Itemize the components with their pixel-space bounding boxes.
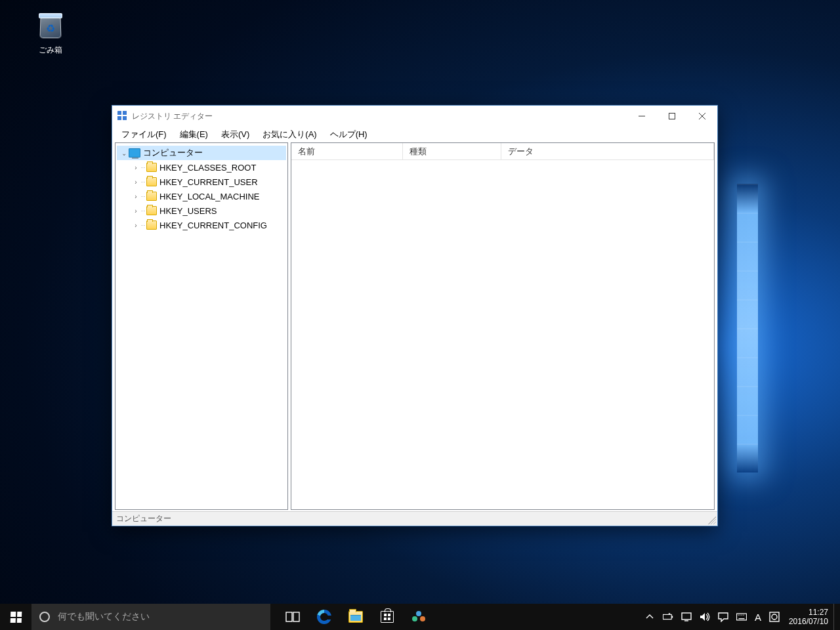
svg-marker-11 [700, 613, 705, 621]
svg-point-19 [772, 614, 777, 620]
wallpaper-light-segments [737, 184, 758, 472]
tree-connector: ·· [141, 207, 146, 214]
maximize-icon [669, 113, 675, 119]
minimize-icon [639, 113, 645, 119]
window-title: レジストリ エディター [132, 111, 213, 122]
minimize-button[interactable] [627, 106, 657, 127]
menu-edit[interactable]: 編集(E) [173, 127, 215, 142]
chevron-right-icon[interactable]: › [131, 222, 140, 229]
file-explorer-button[interactable] [340, 604, 371, 630]
tree-hive-label: HKEY_LOCAL_MACHINE [159, 192, 259, 201]
clock-time: 11:27 [789, 608, 828, 617]
resize-grip[interactable] [708, 516, 716, 524]
tree-hive-classes-root[interactable]: › ·· HKEY_CLASSES_ROOT [129, 160, 286, 175]
chevron-up-icon [644, 612, 655, 622]
edge-icon [317, 610, 331, 624]
ime-pad-icon [769, 612, 780, 622]
tree-connector: ·· [141, 193, 146, 200]
show-desktop-button[interactable] [833, 604, 837, 630]
menu-view[interactable]: 表示(V) [215, 127, 256, 142]
edge-button[interactable] [308, 604, 340, 630]
battery-button[interactable] [659, 604, 677, 630]
svg-rect-6 [663, 614, 671, 619]
tree-hive-current-user[interactable]: › ·· HKEY_CURRENT_USER [129, 175, 286, 189]
start-button[interactable] [0, 604, 32, 630]
statusbar-text: コンピューター [116, 513, 171, 524]
column-data[interactable]: データ [501, 143, 714, 159]
folder-icon [146, 220, 157, 230]
desktop[interactable]: ♻ ごみ箱 レジストリ エディター ファイル(F) 編集(E) 表示(V) お気… [0, 0, 840, 630]
people-icon [411, 610, 426, 624]
touch-keyboard-button[interactable] [732, 604, 751, 630]
taskbar-apps [277, 604, 434, 630]
search-box[interactable]: 何でも聞いてください [32, 604, 270, 630]
keyboard-icon [736, 612, 747, 622]
list-header: 名前 種類 データ [291, 143, 714, 160]
ime-mode-label: A [755, 612, 761, 623]
menu-file[interactable]: ファイル(F) [115, 127, 173, 142]
store-button[interactable] [371, 604, 403, 630]
tree-hive-local-machine[interactable]: › ·· HKEY_LOCAL_MACHINE [129, 189, 286, 203]
clock[interactable]: 11:27 2016/07/10 [784, 608, 833, 626]
cortana-circle-icon [32, 612, 58, 622]
menubar: ファイル(F) 編集(E) 表示(V) お気に入り(A) ヘルプ(H) [112, 127, 717, 142]
titlebar[interactable]: レジストリ エディター [112, 106, 717, 127]
volume-icon [700, 612, 710, 622]
column-name[interactable]: 名前 [291, 143, 403, 159]
folder-icon [146, 163, 157, 172]
recycle-bin-label: ごみ箱 [25, 45, 76, 56]
tree-root-computer[interactable]: ⌄ コンピューター [117, 146, 286, 160]
svg-rect-9 [682, 613, 691, 620]
close-icon [699, 113, 705, 119]
regedit-window: レジストリ エディター ファイル(F) 編集(E) 表示(V) お気に入り(A)… [112, 105, 718, 526]
chevron-right-icon[interactable]: › [131, 207, 140, 215]
chevron-right-icon[interactable]: › [131, 193, 140, 200]
tree-hive-label: HKEY_USERS [159, 206, 217, 216]
clock-date: 2016/07/10 [789, 617, 828, 626]
tree-hive-label: HKEY_CURRENT_CONFIG [159, 220, 267, 230]
svg-rect-1 [669, 114, 675, 119]
ime-mode-button[interactable]: A [751, 604, 765, 630]
statusbar: コンピューター [112, 511, 717, 526]
tree-hive-users[interactable]: › ·· HKEY_USERS [129, 203, 286, 218]
search-placeholder: 何でも聞いてください [58, 611, 150, 623]
menu-favorites[interactable]: お気に入り(A) [256, 127, 323, 142]
tree-hive-label: HKEY_CLASSES_ROOT [159, 163, 256, 173]
svg-rect-12 [736, 614, 746, 620]
tree-pane[interactable]: ⌄ コンピューター › ·· HKEY_CLASSES_ROOT [115, 142, 288, 510]
regedit-icon [117, 111, 128, 121]
tree-hive-label: HKEY_CURRENT_USER [159, 177, 258, 187]
list-pane[interactable]: 名前 種類 データ [291, 142, 715, 510]
svg-rect-18 [770, 612, 779, 621]
chevron-down-icon[interactable]: ⌄ [119, 150, 129, 157]
svg-rect-5 [293, 612, 299, 621]
tree-connector: ·· [141, 222, 146, 228]
network-button[interactable] [677, 604, 696, 630]
chevron-right-icon[interactable]: › [131, 164, 140, 171]
tree-connector: ·· [141, 164, 146, 171]
task-view-button[interactable] [277, 604, 308, 630]
task-view-icon [285, 610, 300, 624]
close-button[interactable] [687, 106, 717, 127]
tree-connector: ·· [141, 178, 146, 185]
volume-button[interactable] [696, 604, 714, 630]
column-type[interactable]: 種類 [403, 143, 501, 159]
taskbar: 何でも聞いてください [0, 604, 840, 630]
store-icon [381, 611, 394, 623]
chevron-right-icon[interactable]: › [131, 178, 140, 186]
tree-hive-current-config[interactable]: › ·· HKEY_CURRENT_CONFIG [129, 218, 286, 232]
people-button[interactable] [403, 604, 434, 630]
network-icon [681, 612, 692, 622]
tray-overflow-button[interactable] [640, 604, 659, 630]
action-center-icon [718, 612, 728, 622]
folder-icon [146, 206, 157, 215]
menu-help[interactable]: ヘルプ(H) [324, 127, 374, 142]
recycle-bin[interactable]: ♻ ごみ箱 [25, 7, 76, 56]
recycle-bin-icon: ♻ [35, 9, 66, 41]
ime-pad-button[interactable] [765, 604, 784, 630]
maximize-button[interactable] [657, 106, 687, 127]
folder-icon [146, 177, 157, 186]
action-center-button[interactable] [714, 604, 732, 630]
battery-icon [663, 612, 673, 622]
tree-root-label: コンピューター [143, 147, 203, 159]
